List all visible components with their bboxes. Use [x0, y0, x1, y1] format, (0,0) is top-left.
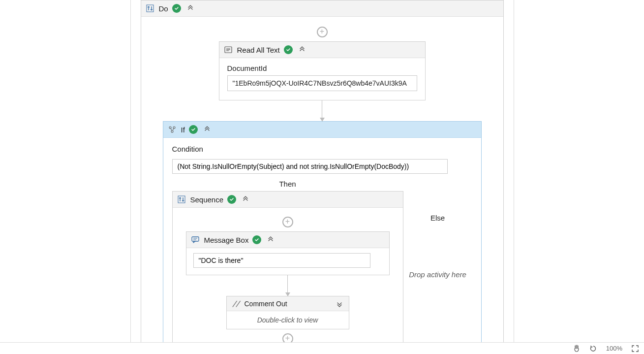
read-all-text-header[interactable]: Read All Text: [219, 42, 425, 58]
expand-icon[interactable]: [334, 298, 345, 309]
status-ok-icon: [284, 45, 293, 54]
svg-point-4: [171, 130, 173, 132]
add-activity-button[interactable]: [282, 217, 293, 227]
collapse-icon[interactable]: [265, 234, 276, 245]
message-box-title: Message Box: [204, 236, 249, 244]
else-branch[interactable]: Else Drop activity here: [403, 180, 472, 342]
status-ok-icon: [189, 125, 198, 134]
flow-connector: [322, 100, 322, 121]
status-ok-icon: [252, 235, 261, 244]
do-activity[interactable]: Do: [141, 0, 504, 342]
add-activity-button[interactable]: [317, 27, 328, 37]
sequence-icon: [145, 3, 155, 13]
documentid-label: DocumentId: [227, 64, 417, 72]
zoom-level[interactable]: 100%: [606, 345, 622, 352]
sequence-activity[interactable]: Sequence: [172, 191, 403, 342]
flow-connector: [287, 275, 288, 296]
svg-rect-6: [192, 237, 199, 241]
fit-screen-icon[interactable]: [631, 345, 639, 353]
svg-rect-0: [147, 5, 153, 12]
condition-input[interactable]: [172, 159, 448, 174]
read-all-text-activity[interactable]: Read All Text DocumentId: [219, 41, 426, 100]
do-body: Read All Text DocumentId: [141, 17, 503, 342]
do-title: Do: [159, 4, 168, 13]
sequence-icon: [177, 194, 186, 204]
status-ok-icon: [172, 4, 181, 13]
status-ok-icon: [227, 195, 236, 204]
message-box-activity[interactable]: Message Box: [186, 231, 390, 275]
comment-out-activity[interactable]: // Comment Out Double-click to view: [226, 296, 349, 329]
if-icon: [167, 125, 177, 134]
svg-rect-5: [178, 196, 185, 203]
collapse-icon[interactable]: [240, 194, 251, 205]
message-box-header[interactable]: Message Box: [186, 232, 389, 248]
status-bar: 100%: [0, 342, 644, 354]
if-activity[interactable]: If Condition: [163, 121, 482, 342]
comment-out-title: Comment Out: [245, 300, 330, 308]
message-box-input[interactable]: [193, 253, 370, 268]
collapse-icon[interactable]: [185, 3, 196, 14]
collapse-icon[interactable]: [202, 124, 213, 135]
comment-out-header[interactable]: // Comment Out: [227, 296, 349, 311]
message-box-icon: [190, 235, 200, 245]
then-branch[interactable]: Then Sequence: [172, 180, 403, 342]
else-label: Else: [403, 214, 472, 222]
if-header[interactable]: If: [163, 122, 481, 138]
sequence-header[interactable]: Sequence: [173, 192, 403, 208]
else-drop-hint: Drop activity here: [409, 270, 466, 279]
collapse-icon[interactable]: [297, 44, 307, 55]
comment-icon: //: [231, 299, 241, 309]
reset-zoom-icon[interactable]: [589, 345, 597, 353]
sequence-title: Sequence: [190, 195, 224, 204]
if-title: If: [181, 126, 185, 134]
read-all-text-title: Read All Text: [237, 46, 280, 54]
then-label: Then: [172, 180, 403, 188]
documentid-input[interactable]: [227, 75, 417, 91]
add-activity-button[interactable]: [282, 333, 293, 342]
condition-label: Condition: [172, 145, 472, 153]
read-text-icon: [223, 45, 233, 55]
do-header[interactable]: Do: [141, 0, 503, 17]
comment-out-hint[interactable]: Double-click to view: [227, 311, 349, 329]
pan-icon[interactable]: [573, 345, 581, 353]
